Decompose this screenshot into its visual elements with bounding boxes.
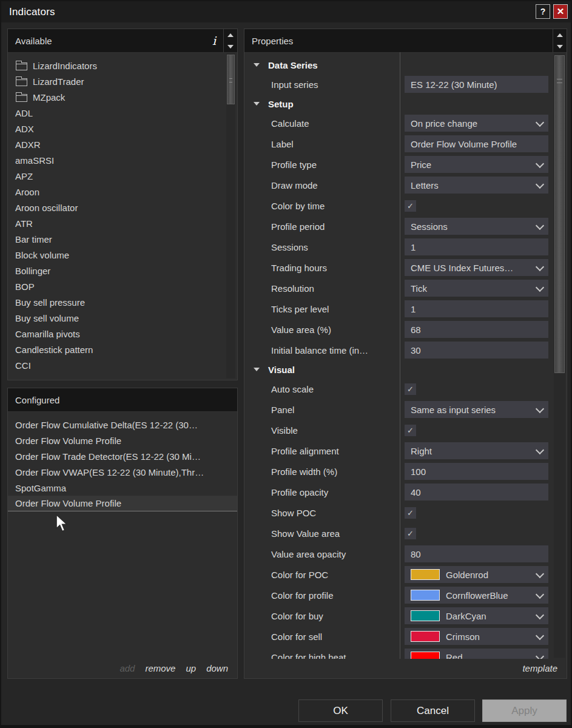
list-item-candlestick-pattern[interactable]: Candlestick pattern — [8, 342, 237, 357]
dropdown-field-draw-mode[interactable]: Letters — [405, 177, 548, 194]
color-field-color-for-profile[interactable]: CornflowerBlue — [405, 587, 548, 604]
dropdown-field-profile-period[interactable]: Sessions — [405, 218, 548, 235]
dropdown-chevron-icon — [536, 263, 544, 271]
text-field-value-area[interactable]: 68 — [405, 321, 548, 338]
scroll-down-button[interactable] — [224, 41, 237, 52]
window-title: Indicators — [1, 6, 55, 18]
configured-item-order-flow-vwap-es-12-22-30-minute-thr[interactable]: Order Flow VWAP(ES 12-22 (30 Minute),Thr… — [8, 464, 237, 480]
section-header-setup[interactable]: Setup — [244, 95, 553, 113]
title-bar[interactable]: Indicators ? ✕ — [1, 1, 571, 22]
color-field-color-for-high-heat[interactable]: Red — [405, 649, 548, 659]
dropdown-field-panel[interactable]: Same as input series — [405, 401, 548, 418]
text-field-input-series[interactable]: ES 12-22 (30 Minute) — [405, 76, 548, 93]
list-item-camarilla-pivots[interactable]: Camarilla pivots — [8, 326, 237, 342]
list-item-aroon-oscillator[interactable]: Aroon oscillator — [8, 200, 237, 215]
scroll-up-button[interactable] — [224, 29, 237, 41]
list-item-label: ADXR — [15, 140, 41, 150]
down-action[interactable]: down — [206, 663, 228, 673]
configured-item-order-flow-cumulative-delta-es-12-22-30[interactable]: Order Flow Cumulative Delta(ES 12-22 (30… — [8, 417, 237, 433]
configured-item-order-flow-volume-profile[interactable]: Order Flow Volume Profile — [8, 496, 237, 511]
list-item-buy-sell-pressure[interactable]: Buy sell pressure — [8, 294, 237, 310]
property-row-label: LabelOrder Flow Volume Profile — [244, 133, 553, 154]
color-field-color-for-sell[interactable]: Crimson — [405, 628, 548, 645]
list-item-bollinger[interactable]: Bollinger — [8, 263, 237, 278]
color-swatch[interactable] — [411, 569, 440, 580]
dropdown-field-profile-type[interactable]: Price — [405, 156, 548, 173]
text-field-sessions[interactable]: 1 — [405, 238, 548, 255]
list-item-adx[interactable]: ADX — [8, 121, 237, 136]
dropdown-field-trading-hours[interactable]: CME US Index Futures… — [405, 259, 548, 276]
list-item-lizardtrader[interactable]: LizardTrader — [8, 73, 237, 89]
list-item-buy-sell-volume[interactable]: Buy sell volume — [8, 310, 237, 326]
apply-button[interactable]: Apply — [482, 699, 567, 722]
checkbox-visible[interactable]: ✓ — [405, 425, 416, 436]
configured-item-order-flow-volume-profile[interactable]: Order Flow Volume Profile — [8, 433, 237, 448]
ok-button[interactable]: OK — [298, 699, 383, 722]
remove-action[interactable]: remove — [145, 663, 175, 673]
property-label: Color for profile — [244, 590, 400, 601]
scroll-up-button[interactable] — [553, 29, 567, 41]
list-item-bar-timer[interactable]: Bar timer — [8, 231, 237, 247]
checkbox-show-poc[interactable]: ✓ — [405, 507, 416, 519]
list-item-lizardindicators[interactable]: LizardIndicators — [8, 58, 237, 73]
help-button[interactable]: ? — [536, 4, 550, 19]
dropdown-field-resolution[interactable]: Tick — [405, 280, 548, 297]
list-item-amasrsi[interactable]: amaSRSI — [8, 152, 237, 168]
up-action[interactable]: up — [186, 663, 196, 673]
field-value: Tick — [411, 283, 427, 294]
close-button[interactable]: ✕ — [553, 4, 568, 19]
list-item-bop[interactable]: BOP — [8, 278, 237, 294]
scroll-down-button[interactable] — [553, 41, 567, 52]
list-item-apz[interactable]: APZ — [8, 168, 237, 184]
list-item-label: MZpack — [33, 92, 65, 103]
info-icon[interactable]: i — [212, 34, 223, 47]
list-item-adxr[interactable]: ADXR — [8, 136, 237, 152]
dropdown-chevron-icon — [536, 160, 544, 168]
available-list: LizardIndicatorsLizardTraderMZpackADLADX… — [8, 52, 237, 380]
checkbox-auto-scale[interactable]: ✓ — [405, 383, 416, 395]
dropdown-field-calculate[interactable]: On price change — [405, 115, 548, 132]
list-item-block-volume[interactable]: Block volume — [8, 247, 237, 263]
properties-scrollbar-thumb[interactable] — [554, 55, 565, 373]
property-value: Price — [400, 156, 553, 173]
available-scrollbar-thumb[interactable] — [227, 55, 235, 104]
cancel-button[interactable]: Cancel — [391, 699, 475, 722]
configured-item-spotgamma[interactable]: SpotGamma — [8, 480, 237, 496]
text-field-value-area-opacity[interactable]: 80 — [405, 545, 548, 562]
checkbox-color-by-time[interactable]: ✓ — [405, 200, 416, 212]
field-value: Order Flow Volume Profile — [411, 139, 517, 149]
configured-item-order-flow-trade-detector-es-12-22-30-mi[interactable]: Order Flow Trade Detector(ES 12-22 (30 M… — [8, 448, 237, 464]
property-row-ticks-per-level: Ticks per level1 — [244, 298, 553, 319]
text-field-label[interactable]: Order Flow Volume Profile — [405, 135, 548, 152]
available-scrollbar[interactable] — [226, 53, 235, 378]
color-swatch[interactable] — [411, 631, 440, 642]
property-value: Crimson — [400, 628, 553, 645]
field-value: 40 — [411, 487, 421, 497]
list-item-mzpack[interactable]: MZpack — [8, 89, 237, 105]
list-item-adl[interactable]: ADL — [8, 105, 237, 121]
section-header-visual[interactable]: Visual — [244, 360, 553, 379]
color-swatch[interactable] — [411, 590, 440, 601]
dropdown-chevron-icon — [536, 632, 544, 640]
list-item-label: LizardIndicators — [33, 61, 97, 71]
list-item-atr[interactable]: ATR — [8, 215, 237, 231]
property-value: Right — [400, 442, 553, 459]
text-field-profile-opacity[interactable]: 40 — [405, 484, 548, 500]
color-field-color-for-poc[interactable]: Goldenrod — [405, 566, 548, 583]
list-item-aroon[interactable]: Aroon — [8, 184, 237, 200]
property-value: Red — [400, 649, 553, 659]
color-field-color-for-buy[interactable]: DarkCyan — [405, 607, 548, 624]
properties-scrollbar[interactable] — [554, 53, 565, 658]
text-field-ticks-per-level[interactable]: 1 — [405, 300, 548, 317]
text-field-initial-balance-time-in[interactable]: 30 — [405, 342, 548, 359]
text-field-profile-width[interactable]: 100 — [405, 463, 548, 480]
list-item-cci[interactable]: CCI — [8, 357, 237, 373]
color-swatch[interactable] — [411, 610, 440, 621]
dropdown-chevron-icon — [536, 221, 544, 230]
template-action[interactable]: template — [522, 663, 557, 673]
available-header-label: Available — [8, 36, 212, 46]
section-header-data-series[interactable]: Data Series — [244, 56, 553, 74]
property-label: Trading hours — [244, 263, 400, 273]
checkbox-show-value-area[interactable]: ✓ — [405, 528, 416, 539]
dropdown-field-profile-alignment[interactable]: Right — [405, 442, 548, 459]
